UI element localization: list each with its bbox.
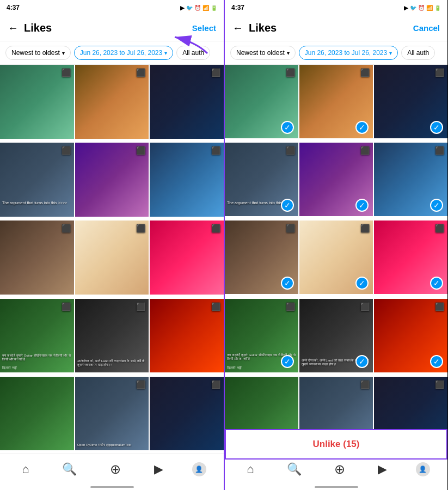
grid-item-15[interactable]: ⬛ xyxy=(150,377,224,451)
right-battery-icon: 🔋 xyxy=(434,5,441,11)
right-grid-item-5[interactable]: ⬛ ✓ xyxy=(299,143,373,216)
reel-icon-7: ⬛ xyxy=(62,224,71,232)
home-icon[interactable]: ⌂ xyxy=(17,458,33,481)
add-icon[interactable]: ⊕ xyxy=(106,457,125,481)
reel-icon-12: ⬛ xyxy=(211,302,220,311)
thumb-label-10: दिल्ली नहीं xyxy=(2,366,17,370)
profile-icon[interactable]: 👤 xyxy=(192,462,206,476)
right-check-4: ✓ xyxy=(281,199,294,212)
reel-icon-9: ⬛ xyxy=(211,224,220,232)
right-page-title: Likes xyxy=(249,22,277,34)
right-youtube-icon: ▶ xyxy=(404,5,408,11)
grid-item-9[interactable]: ⬛ xyxy=(150,220,224,295)
right-grid-item-1[interactable]: ⬛ ✓ xyxy=(225,65,298,138)
right-thumb-1: ⬛ ✓ xyxy=(225,65,298,138)
right-grid-item-6[interactable]: ⬛ ✓ xyxy=(374,143,447,216)
right-grid-item-8[interactable]: ⬛ ✓ xyxy=(299,220,373,294)
right-check-11: ✓ xyxy=(355,355,369,368)
left-time: 4:37 xyxy=(7,4,20,11)
date-filter-button[interactable]: Jun 26, 2023 to Jul 26, 2023 ▾ xyxy=(74,46,173,60)
battery-icon: 🔋 xyxy=(211,5,217,11)
author-label: All auth xyxy=(182,49,204,57)
thumb-7: ⬛ xyxy=(0,220,74,295)
right-grid-item-12[interactable]: ⬛ ✓ xyxy=(374,299,447,372)
sort-filter-button[interactable]: Newest to oldest ▾ xyxy=(5,46,71,60)
right-reel-icon-3: ⬛ xyxy=(435,68,444,77)
right-grid-item-7[interactable]: ⬛ ✓ xyxy=(225,220,298,294)
grid-item-12[interactable]: ⬛ xyxy=(150,299,224,373)
grid-item-7[interactable]: ⬛ xyxy=(0,220,74,295)
right-thumb-6: ⬛ ✓ xyxy=(374,143,447,216)
grid-item-3[interactable]: ⬛ xyxy=(150,65,224,139)
right-date-range-label: Jun 26, 2023 to Jul 26, 2023 xyxy=(305,49,387,57)
right-check-12: ✓ xyxy=(430,355,443,368)
left-back-button[interactable]: ← xyxy=(8,22,19,34)
right-grid-item-9[interactable]: ⬛ ✓ xyxy=(374,220,447,294)
right-alarm-icon: ⏰ xyxy=(418,5,425,11)
grid-item-5[interactable]: ⬛ xyxy=(75,143,149,217)
right-scroll-indicator xyxy=(315,486,358,488)
grid-item-8[interactable]: ⬛ xyxy=(75,220,149,295)
right-grid-item-4[interactable]: ⬛ The argument that turns into this >>>>… xyxy=(225,143,298,216)
right-date-chevron-icon: ▾ xyxy=(389,50,392,56)
grid-item-4[interactable]: ⬛ The argument that turns into this >>>> xyxy=(0,143,74,217)
author-filter-button[interactable]: All auth xyxy=(176,46,210,60)
reel-icon-10: ⬛ xyxy=(62,302,71,311)
thumb-11: ⬛ अपने दोस्त को, अपने Land की तरह संभाल … xyxy=(75,299,149,373)
right-time: 4:37 xyxy=(231,4,244,11)
unlike-button[interactable]: Unlike (15) xyxy=(313,439,360,450)
thumb-text-11: अपने दोस्त को, अपने Land की तरह संभाल के… xyxy=(77,359,147,367)
left-bottom-nav: ⌂ 🔍 ⊕ ▶ 👤 xyxy=(0,454,224,484)
right-thumb-label-10: दिल्ली नहीं xyxy=(227,366,242,370)
right-thumb-7: ⬛ ✓ xyxy=(225,220,298,294)
reel-icon-6: ⬛ xyxy=(211,146,220,155)
reel-icon-1: ⬛ xyxy=(62,68,71,77)
right-signal-icon: 📶 xyxy=(426,5,433,11)
grid-item-11[interactable]: ⬛ अपने दोस्त को, अपने Land की तरह संभाल … xyxy=(75,299,149,373)
right-date-filter-button[interactable]: Jun 26, 2023 to Jul 26, 2023 ▾ xyxy=(299,46,398,60)
thumb-9: ⬛ xyxy=(150,220,224,295)
thumb-12: ⬛ xyxy=(150,299,224,373)
right-twitter-icon: 🐦 xyxy=(410,5,416,11)
grid-item-1[interactable]: ⬛ xyxy=(0,65,74,139)
right-check-7: ✓ xyxy=(281,277,294,290)
right-grid-item-11[interactable]: ⬛ अपने दोस्त को, अपने Land की तरह संभाल … xyxy=(299,299,373,372)
right-sort-filter-button[interactable]: Newest to oldest ▾ xyxy=(230,46,296,60)
right-home-icon[interactable]: ⌂ xyxy=(242,458,258,481)
right-grid-item-2[interactable]: ⬛ ✓ xyxy=(299,65,373,138)
right-reel-icon-10: ⬛ xyxy=(286,302,295,311)
right-thumb-11: ⬛ अपने दोस्त को, अपने Land की तरह संभाल … xyxy=(299,299,373,372)
right-add-icon[interactable]: ⊕ xyxy=(330,457,349,481)
right-search-icon[interactable]: 🔍 xyxy=(283,458,306,481)
thumb-8: ⬛ xyxy=(75,220,149,295)
grid-item-6[interactable]: ⬛ xyxy=(150,143,224,217)
right-check-2: ✓ xyxy=(355,121,369,134)
right-sort-chevron-icon: ▾ xyxy=(287,50,290,56)
right-grid-item-3[interactable]: ⬛ ✓ xyxy=(374,65,447,138)
right-profile-icon[interactable]: 👤 xyxy=(416,462,430,476)
right-check-1: ✓ xyxy=(281,121,294,134)
cancel-button[interactable]: Cancel xyxy=(413,23,440,33)
right-thumb-8: ⬛ ✓ xyxy=(299,220,373,294)
grid-item-10[interactable]: ⬛ क्या कहते हैं तुम्हारे Guitar सीखेंगे … xyxy=(0,299,74,373)
right-thumb-4: ⬛ The argument that turns into this >>>>… xyxy=(225,143,298,216)
reel-icon-4: ⬛ xyxy=(62,146,71,155)
right-check-9: ✓ xyxy=(430,277,443,290)
right-author-filter-button[interactable]: All auth xyxy=(401,46,435,60)
select-button[interactable]: Select xyxy=(192,23,216,33)
left-header: ← Likes Select xyxy=(0,15,224,41)
reel-icon-3: ⬛ xyxy=(211,68,220,77)
right-header-left: ← Likes xyxy=(232,22,277,34)
right-back-button[interactable]: ← xyxy=(232,22,243,34)
grid-item-2[interactable]: ⬛ xyxy=(75,65,149,139)
search-icon[interactable]: 🔍 xyxy=(58,458,81,481)
right-check-8: ✓ xyxy=(355,277,369,290)
right-grid-item-10[interactable]: ⬛ क्या कहते हैं तुम्हारे Guitar सीखेंगे … xyxy=(225,299,298,372)
reel-icon-14: ⬛ xyxy=(136,380,145,389)
grid-item-14[interactable]: ⬛ Open Ry0lme राखेंगा @ppechalumTest xyxy=(75,377,149,451)
left-header-left: ← Likes xyxy=(8,22,52,34)
grid-item-13[interactable] xyxy=(0,377,74,451)
thumb-3: ⬛ xyxy=(150,65,224,139)
reels-icon[interactable]: ▶ xyxy=(150,458,168,481)
right-reels-icon[interactable]: ▶ xyxy=(373,458,391,481)
